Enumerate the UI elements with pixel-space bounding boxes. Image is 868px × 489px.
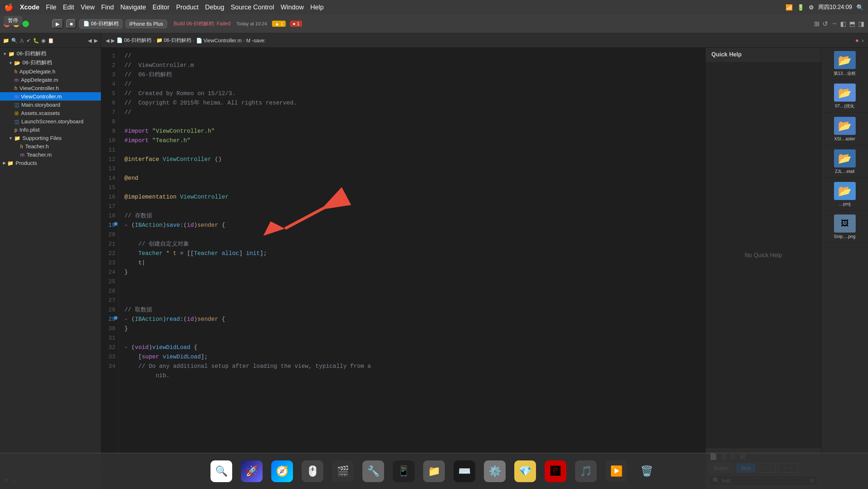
thumbnail-2: 📂 (834, 84, 856, 102)
sidebar-item-project[interactable]: ▼ 📁 06-归档解档 (0, 49, 101, 58)
dock-sketch[interactable]: 💎 (512, 458, 538, 484)
menu-file[interactable]: File (46, 4, 56, 11)
scheme-selector[interactable]: 📄 06-归档解档 (79, 19, 122, 29)
top-area: 📁 🔍 ⚠ ✔ 🐛 ◉ 📋 ◀ ▶ ◀ ▶ 📄 06-归档解档 › 📁 06-归… (0, 33, 868, 48)
clock: 周四10:24:09 (818, 4, 852, 11)
sidebar-item-root-group[interactable]: ▼ 📂 06-归档解档 (0, 58, 101, 67)
dock-folder[interactable]: 📁 (421, 458, 447, 484)
nav-debug-icon[interactable]: 🐛 (33, 38, 39, 43)
sidebar-item-viewcontroller-h[interactable]: h ViewController.h (0, 84, 101, 92)
thumbnail-1: 📂 (834, 51, 856, 69)
panel-bottom-icon[interactable]: ⬒ (849, 20, 855, 28)
bluetooth-icon: ⚙ (809, 4, 814, 11)
layout-icon-1[interactable]: ⊞ (814, 20, 820, 28)
appdelegate-m-icon: m (14, 77, 19, 83)
sidebar-item-main-storyboard[interactable]: ◫ Main.storyboard (0, 101, 101, 109)
parallels-icon: 🅿 (545, 460, 566, 482)
dock-finder[interactable]: 🔍 (208, 458, 234, 484)
layout-icon-2[interactable]: ↺ (822, 20, 828, 28)
search-icon[interactable]: 🔍 (856, 4, 864, 11)
breadcrumb-3[interactable]: 📄 ViewController.m (196, 38, 242, 43)
menu-product[interactable]: Product (176, 4, 199, 11)
dock-iphone[interactable]: 📱 (391, 458, 417, 484)
dock-trash[interactable]: 🗑️ (634, 458, 660, 484)
layout-icon-3[interactable]: → (831, 20, 837, 27)
sidebar-item-teacher-h[interactable]: h Teacher.h (0, 142, 101, 150)
maximize-button[interactable] (22, 21, 29, 27)
warning-badge[interactable]: ▲ 1 (272, 21, 286, 27)
breadcrumb-1[interactable]: 📄 06-归档解档 (116, 37, 152, 44)
viewcontroller-h-icon: h (14, 85, 17, 91)
line-numbers: 1 2 3 4 5 6 7 8 9 10 11 12 13 14 15 16 1 (101, 48, 119, 489)
right-panel-item-1[interactable]: 📂 第13…业框 (821, 48, 868, 80)
dock-media[interactable]: 🎵 (573, 458, 599, 484)
sidebar-item-launch-storyboard[interactable]: ◫ LaunchScreen.storyboard (0, 117, 101, 126)
supporting-files-icon: 📁 (14, 135, 20, 141)
menu-source-control[interactable]: Source Control (231, 4, 274, 11)
menu-edit[interactable]: Edit (63, 4, 74, 11)
panel-left-icon[interactable]: ◧ (840, 20, 846, 28)
dock-tools[interactable]: 🔧 (360, 458, 386, 484)
dock-safari[interactable]: 🧭 (269, 458, 295, 484)
right-panel-label-3: XSI…aster (834, 136, 855, 141)
viewcontroller-m-icon: m (14, 94, 19, 99)
menu-find[interactable]: Find (101, 4, 114, 11)
sidebar-item-viewcontroller-m[interactable]: m ViewController.m (0, 92, 101, 101)
nav-breakpoint-icon[interactable]: ◉ (41, 38, 46, 43)
breadcrumb-2[interactable]: 📁 06-归档解档 (156, 37, 191, 44)
sidebar-item-appdelegate-h[interactable]: h AppDelegate.h (0, 67, 101, 76)
nav-search-icon[interactable]: 🔍 (11, 38, 17, 43)
device-selector[interactable]: iPhone 6s Plus (125, 20, 167, 28)
nav-warning-icon[interactable]: ⚠ (20, 38, 24, 43)
dock-launchpad[interactable]: 🚀 (239, 458, 265, 484)
sidebar-item-teacher-m[interactable]: m Teacher.m (0, 150, 101, 159)
sidebar-item-info-plist[interactable]: p Info.plist (0, 126, 101, 134)
dock-parallels[interactable]: 🅿 (542, 458, 569, 484)
breadcrumb-nav-forward[interactable]: ▶ (111, 38, 115, 43)
menu-navigate[interactable]: Navigate (120, 4, 146, 11)
menu-editor[interactable]: Editor (153, 4, 170, 11)
menu-view[interactable]: View (81, 4, 95, 11)
menu-debug[interactable]: Debug (205, 4, 224, 11)
panel-right-icon[interactable]: ◨ (858, 20, 864, 28)
pause-badge[interactable]: 暂停 (4, 16, 22, 25)
menu-help[interactable]: Help (310, 4, 324, 11)
menu-xcode[interactable]: Xcode (20, 4, 39, 11)
error-badge[interactable]: ● 1 (290, 21, 302, 27)
dock-mouse[interactable]: 🖱️ (299, 458, 326, 484)
right-panel-label-1: 第13…业框 (834, 71, 856, 77)
appdelegate-h-icon: h (14, 69, 17, 75)
dock-settings[interactable]: ⚙️ (482, 458, 508, 484)
sidebar-item-appdelegate-m[interactable]: m AppDelegate.m (0, 76, 101, 84)
right-panel-item-2[interactable]: 📂 07…(优化 (821, 80, 868, 113)
right-panel-item-4[interactable]: 📂 ZJL…etail (821, 145, 868, 178)
sidebar-item-assets[interactable]: ⊞ Assets.xcassets (0, 109, 101, 117)
dock-video[interactable]: ▶️ (603, 458, 629, 484)
right-panel-item-6[interactable]: 🖼 Snip….png (821, 211, 868, 243)
breadcrumb-nav-back[interactable]: ◀ (106, 38, 110, 43)
dock-terminal[interactable]: ⌨️ (451, 458, 477, 484)
products-icon: 📁 (7, 160, 13, 166)
code-editor[interactable]: // // ViewController.m // 06-归档解档 // // … (119, 48, 705, 489)
stop-button[interactable]: ■ (66, 19, 76, 29)
next-error-icon[interactable]: › (862, 37, 864, 44)
dock-photos[interactable]: 🎬 (330, 458, 356, 484)
menu-window[interactable]: Window (281, 4, 304, 11)
nav-test-icon[interactable]: ✔ (26, 38, 31, 43)
apple-icon[interactable]: 🍎 (4, 3, 13, 12)
finder-icon: 🔍 (210, 460, 232, 482)
nav-back-icon[interactable]: ◀ (88, 38, 92, 43)
dock: 🔍 🚀 🧭 🖱️ 🎬 🔧 📱 📁 ⌨️ ⚙️ 💎 🅿 🎵 ▶️ 🗑️ (0, 453, 868, 489)
expand-arrow-supporting: ▼ (9, 136, 13, 140)
sidebar-item-supporting-files[interactable]: ▼ 📁 Supporting Files (0, 134, 101, 142)
nav-report-icon[interactable]: 📋 (48, 38, 54, 43)
right-panel-item-5[interactable]: 📂 …proj (821, 178, 868, 211)
error-indicator[interactable]: ● (855, 37, 859, 44)
nav-folder-icon[interactable]: 📁 (3, 38, 9, 43)
nav-forward-icon[interactable]: ▶ (94, 38, 98, 43)
right-panel-label-4: ZJL…etail (835, 169, 854, 174)
right-panel-item-3[interactable]: 📂 XSI…aster (821, 113, 868, 145)
breadcrumb-4[interactable]: M -save: (246, 38, 266, 43)
run-button[interactable]: ▶ (52, 19, 63, 29)
sidebar-item-products[interactable]: ▶ 📁 Products (0, 159, 101, 167)
